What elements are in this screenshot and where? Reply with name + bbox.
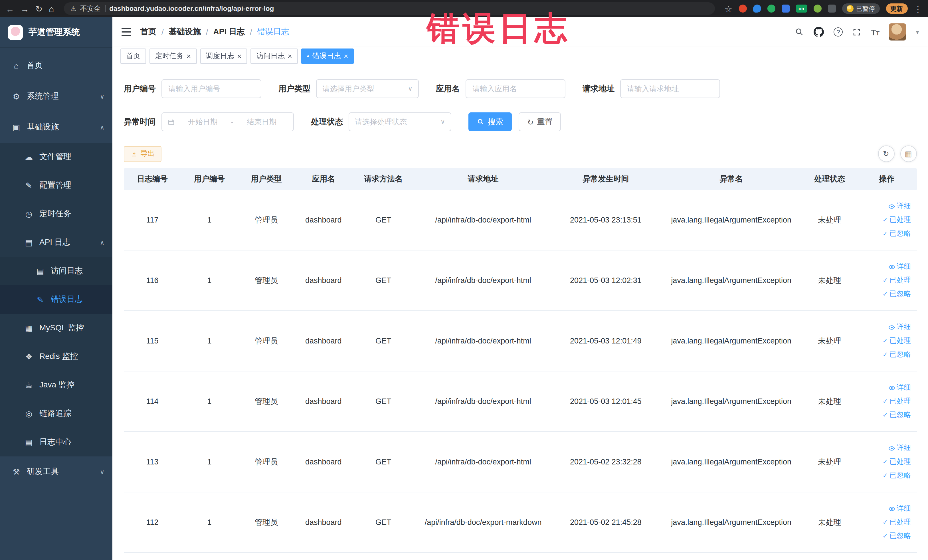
close-icon[interactable]: × xyxy=(344,52,348,60)
status-select[interactable]: 请选择处理状态 ∨ xyxy=(349,112,451,131)
tab-scheduled-jobs[interactable]: 定时任务 × xyxy=(150,49,197,64)
close-icon[interactable]: × xyxy=(186,52,191,60)
extension-icon[interactable] xyxy=(739,5,746,12)
sidebar-item-home[interactable]: ⌂ 首页 xyxy=(0,50,112,81)
export-button[interactable]: 导出 xyxy=(124,146,162,162)
layers-icon: ❖ xyxy=(24,352,34,361)
extension-on-badge[interactable]: on xyxy=(796,5,807,12)
extensions-puzzle-icon[interactable] xyxy=(827,5,836,12)
mark-ignored-link[interactable]: ✓已忽略 xyxy=(883,410,911,420)
reset-button[interactable]: ↻ 重置 xyxy=(519,112,561,131)
address-bar[interactable]: ⚠ 不安全 dashboard.yudao.iocoder.cn/infra/l… xyxy=(64,2,715,15)
request-url-label: 请求地址 xyxy=(583,84,615,94)
status-label: 处理状态 xyxy=(311,117,343,127)
mark-processed-link[interactable]: ✓已处理 xyxy=(883,276,911,285)
extension-icon[interactable] xyxy=(767,5,775,12)
mark-processed-link[interactable]: ✓已处理 xyxy=(883,397,911,406)
eye-icon xyxy=(888,505,895,512)
app-name-input[interactable] xyxy=(466,79,565,98)
user-avatar[interactable] xyxy=(889,23,906,41)
breadcrumb: 首页 / 基础设施 / API 日志 / 错误日志 xyxy=(140,27,289,37)
logo-image xyxy=(8,25,23,40)
close-icon[interactable]: × xyxy=(288,52,292,60)
tab-home[interactable]: 首页 xyxy=(121,49,146,64)
tab-error-log[interactable]: ● 错误日志 × xyxy=(301,49,354,64)
sidebar-item-system[interactable]: ⚙ 系统管理 ∨ xyxy=(0,81,112,112)
search-icon[interactable] xyxy=(795,27,804,37)
sidebar-item-api-log[interactable]: ▤ API 日志 ∧ xyxy=(0,228,112,257)
search-button[interactable]: 搜索 xyxy=(469,112,512,131)
screen: ← → ↻ ⌂ ⚠ 不安全 dashboard.yudao.iocoder.cn… xyxy=(0,0,928,560)
breadcrumb-item[interactable]: API 日志 xyxy=(214,27,245,37)
mark-ignored-link[interactable]: ✓已忽略 xyxy=(883,471,911,481)
sidebar-item-redis-monitor[interactable]: ❖ Redis 监控 xyxy=(0,342,112,371)
tags-view-bar: 首页 定时任务 × 调度日志 × 访问日志 × ● 错误日志 × xyxy=(112,47,928,66)
extension-icon[interactable] xyxy=(814,5,821,12)
check-icon: ✓ xyxy=(883,337,888,345)
mark-processed-link[interactable]: ✓已处理 xyxy=(883,457,911,467)
sidebar-item-access-log[interactable]: ▤ 访问日志 xyxy=(0,257,112,285)
sidebar-item-error-log[interactable]: ✎ 错误日志 xyxy=(0,285,112,314)
extension-icon[interactable] xyxy=(753,5,761,12)
document-icon: ▤ xyxy=(24,238,34,247)
chevron-down-icon: ∨ xyxy=(100,93,104,100)
check-icon: ✓ xyxy=(883,398,888,405)
exception-time-range-picker[interactable]: 开始日期 - 结束日期 xyxy=(162,112,294,131)
extension-icon[interactable] xyxy=(781,5,789,12)
check-icon: ✓ xyxy=(883,458,888,465)
sidebar-item-log-center[interactable]: ▤ 日志中心 xyxy=(0,428,112,456)
github-icon[interactable] xyxy=(814,27,824,37)
user-type-select[interactable]: 请选择用户类型 ∨ xyxy=(316,79,419,98)
mark-processed-link[interactable]: ✓已处理 xyxy=(883,517,911,527)
mark-processed-link[interactable]: ✓已处理 xyxy=(883,336,911,346)
collapse-sidebar-icon[interactable] xyxy=(122,28,131,36)
refresh-button[interactable]: ↻ xyxy=(878,145,894,162)
sidebar-item-mysql-monitor[interactable]: ▦ MySQL 监控 xyxy=(0,314,112,342)
font-size-icon[interactable]: TT xyxy=(871,27,879,36)
browser-menu-icon[interactable]: ⋮ xyxy=(914,4,922,13)
mark-ignored-link[interactable]: ✓已忽略 xyxy=(883,289,911,299)
reload-icon[interactable]: ↻ xyxy=(35,4,43,13)
detail-link[interactable]: 详细 xyxy=(888,201,911,211)
chevron-down-icon: ∨ xyxy=(408,85,412,92)
sidebar-item-dev-tools[interactable]: ⚒ 研发工具 ∨ xyxy=(0,456,112,487)
mark-ignored-link[interactable]: ✓已忽略 xyxy=(883,350,911,359)
bookmark-star-icon[interactable]: ☆ xyxy=(725,4,732,13)
home-icon[interactable]: ⌂ xyxy=(49,4,54,13)
detail-link[interactable]: 详细 xyxy=(888,504,911,514)
table-row: 117 1 管理员 dashboard GET /api/infra/db-do… xyxy=(124,190,917,250)
detail-link[interactable]: 详细 xyxy=(888,443,911,453)
fullscreen-icon[interactable] xyxy=(852,27,861,36)
breadcrumb-item[interactable]: 基础设施 xyxy=(169,27,201,37)
tab-schedule-log[interactable]: 调度日志 × xyxy=(200,49,247,64)
sidebar-item-scheduled-jobs[interactable]: ◷ 定时任务 xyxy=(0,200,112,228)
close-icon[interactable]: × xyxy=(237,52,241,60)
sidebar-item-trace[interactable]: ◎ 链路追踪 xyxy=(0,400,112,428)
mark-ignored-link[interactable]: ✓已忽略 xyxy=(883,531,911,541)
detail-link[interactable]: 详细 xyxy=(888,383,911,392)
check-icon: ✓ xyxy=(883,277,888,284)
filter-row-2: 异常时间 开始日期 - 结束日期 处理状态 请选择处理状态 ∨ xyxy=(124,112,917,131)
mark-ignored-link[interactable]: ✓已忽略 xyxy=(883,229,911,238)
tab-access-log[interactable]: 访问日志 × xyxy=(250,49,298,64)
column-settings-button[interactable]: ▦ xyxy=(900,145,917,162)
breadcrumb-item[interactable]: 首页 xyxy=(140,27,156,37)
caret-down-icon[interactable]: ▾ xyxy=(916,29,919,35)
check-icon: ✓ xyxy=(883,216,888,224)
update-button[interactable]: 更新 xyxy=(886,3,907,14)
paused-badge[interactable]: 已暂停 xyxy=(842,3,879,14)
app-logo[interactable]: 芋道管理系统 xyxy=(0,17,112,48)
help-icon[interactable]: ? xyxy=(833,27,843,37)
request-url-input[interactable] xyxy=(620,79,720,98)
sidebar-item-infra[interactable]: ▣ 基础设施 ∧ xyxy=(0,112,112,143)
sidebar-item-file-manage[interactable]: ☁ 文件管理 xyxy=(0,143,112,171)
sidebar-item-config-manage[interactable]: ✎ 配置管理 xyxy=(0,171,112,200)
sidebar-item-java-monitor[interactable]: ☕ Java 监控 xyxy=(0,371,112,400)
detail-link[interactable]: 详细 xyxy=(888,322,911,332)
mark-processed-link[interactable]: ✓已处理 xyxy=(883,215,911,225)
back-icon[interactable]: ← xyxy=(6,4,14,13)
detail-link[interactable]: 详细 xyxy=(888,262,911,272)
user-id-input[interactable] xyxy=(162,79,261,98)
document-icon: ▤ xyxy=(24,438,34,447)
forward-icon[interactable]: → xyxy=(21,4,29,13)
